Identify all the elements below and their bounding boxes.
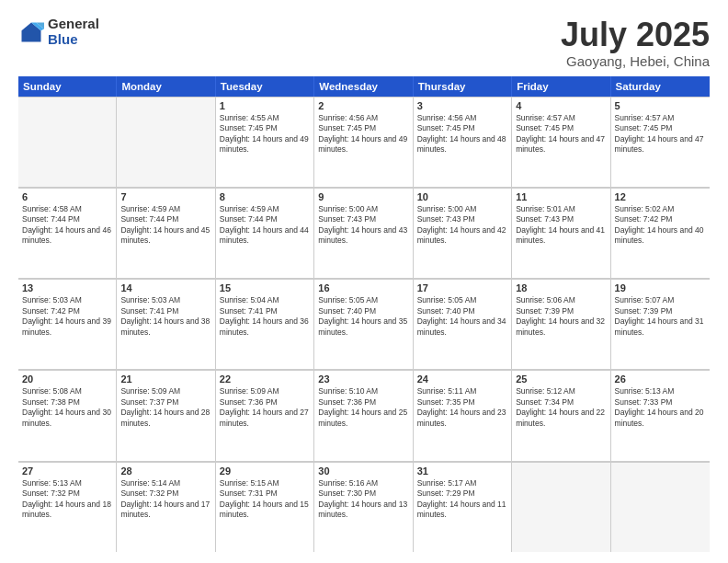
logo-icon (18, 19, 44, 45)
calendar-header-cell: Thursday (414, 76, 512, 97)
calendar-cell: 25Sunrise: 5:12 AM Sunset: 7:34 PM Dayli… (512, 370, 610, 460)
cell-day-number: 1 (220, 100, 310, 111)
header: General Blue July 2025 Gaoyang, Hebei, C… (18, 17, 710, 69)
calendar-cell: 11Sunrise: 5:01 AM Sunset: 7:43 PM Dayli… (512, 188, 610, 278)
cell-day-number: 29 (220, 465, 310, 477)
cell-info: Sunrise: 5:05 AM Sunset: 7:40 PM Dayligh… (318, 295, 408, 338)
cell-info: Sunrise: 4:59 AM Sunset: 7:44 PM Dayligh… (120, 204, 210, 247)
calendar-header-cell: Wednesday (314, 76, 413, 97)
main-title: July 2025 (561, 17, 710, 53)
cell-info: Sunrise: 5:01 AM Sunset: 7:43 PM Dayligh… (516, 204, 606, 247)
cell-day-number: 11 (516, 191, 606, 202)
cell-day-number: 12 (615, 191, 706, 202)
cell-day-number: 19 (615, 282, 706, 293)
cell-day-number: 6 (22, 191, 112, 202)
cell-info: Sunrise: 5:12 AM Sunset: 7:34 PM Dayligh… (516, 386, 606, 429)
cell-day-number: 7 (120, 191, 210, 202)
calendar-row: 6Sunrise: 4:58 AM Sunset: 7:44 PM Daylig… (18, 188, 710, 279)
calendar-cell: 7Sunrise: 4:59 AM Sunset: 7:44 PM Daylig… (117, 188, 215, 278)
calendar-cell: 3Sunrise: 4:56 AM Sunset: 7:45 PM Daylig… (414, 97, 512, 187)
subtitle: Gaoyang, Hebei, China (561, 53, 710, 69)
calendar-row: 1Sunrise: 4:55 AM Sunset: 7:45 PM Daylig… (18, 97, 710, 188)
cell-info: Sunrise: 5:11 AM Sunset: 7:35 PM Dayligh… (417, 386, 507, 429)
calendar-cell: 10Sunrise: 5:00 AM Sunset: 7:43 PM Dayli… (414, 188, 512, 278)
cell-day-number: 31 (417, 465, 507, 477)
calendar-cell: 24Sunrise: 5:11 AM Sunset: 7:35 PM Dayli… (414, 370, 512, 460)
calendar-cell: 22Sunrise: 5:09 AM Sunset: 7:36 PM Dayli… (216, 370, 314, 460)
cell-info: Sunrise: 5:03 AM Sunset: 7:42 PM Dayligh… (22, 295, 112, 338)
calendar-cell: 29Sunrise: 5:15 AM Sunset: 7:31 PM Dayli… (216, 462, 314, 552)
cell-info: Sunrise: 5:04 AM Sunset: 7:41 PM Dayligh… (220, 295, 310, 338)
calendar-cell (18, 97, 117, 187)
calendar-cell: 14Sunrise: 5:03 AM Sunset: 7:41 PM Dayli… (117, 279, 215, 369)
calendar-cell: 18Sunrise: 5:06 AM Sunset: 7:39 PM Dayli… (512, 279, 610, 369)
calendar-cell: 5Sunrise: 4:57 AM Sunset: 7:45 PM Daylig… (611, 97, 710, 187)
cell-day-number: 8 (220, 191, 310, 202)
calendar-cell: 19Sunrise: 5:07 AM Sunset: 7:39 PM Dayli… (611, 279, 710, 369)
calendar-cell: 12Sunrise: 5:02 AM Sunset: 7:42 PM Dayli… (611, 188, 710, 278)
cell-day-number: 21 (120, 373, 210, 385)
logo: General Blue (18, 17, 99, 47)
calendar-cell: 28Sunrise: 5:14 AM Sunset: 7:32 PM Dayli… (117, 462, 215, 552)
calendar-row: 27Sunrise: 5:13 AM Sunset: 7:32 PM Dayli… (18, 462, 710, 552)
calendar-cell: 13Sunrise: 5:03 AM Sunset: 7:42 PM Dayli… (18, 279, 117, 369)
logo-text: General Blue (48, 17, 99, 47)
cell-day-number: 28 (120, 465, 210, 477)
cell-day-number: 5 (615, 100, 706, 111)
calendar-header-cell: Monday (117, 76, 215, 97)
calendar-cell: 4Sunrise: 4:57 AM Sunset: 7:45 PM Daylig… (512, 97, 610, 187)
cell-info: Sunrise: 5:15 AM Sunset: 7:31 PM Dayligh… (220, 478, 310, 521)
cell-info: Sunrise: 5:00 AM Sunset: 7:43 PM Dayligh… (318, 204, 408, 247)
cell-info: Sunrise: 4:57 AM Sunset: 7:45 PM Dayligh… (516, 113, 606, 155)
calendar-cell: 15Sunrise: 5:04 AM Sunset: 7:41 PM Dayli… (216, 279, 314, 369)
cell-day-number: 16 (318, 282, 408, 293)
cell-info: Sunrise: 5:13 AM Sunset: 7:33 PM Dayligh… (615, 386, 706, 429)
calendar-cell: 23Sunrise: 5:10 AM Sunset: 7:36 PM Dayli… (314, 370, 413, 460)
cell-info: Sunrise: 4:56 AM Sunset: 7:45 PM Dayligh… (318, 113, 408, 155)
cell-day-number: 15 (220, 282, 310, 293)
cell-info: Sunrise: 5:08 AM Sunset: 7:38 PM Dayligh… (22, 386, 112, 429)
calendar-cell: 30Sunrise: 5:16 AM Sunset: 7:30 PM Dayli… (314, 462, 413, 552)
calendar: SundayMondayTuesdayWednesdayThursdayFrid… (18, 76, 710, 552)
cell-day-number: 23 (318, 373, 408, 385)
cell-info: Sunrise: 4:58 AM Sunset: 7:44 PM Dayligh… (22, 204, 112, 247)
cell-day-number: 24 (417, 373, 507, 385)
calendar-cell: 8Sunrise: 4:59 AM Sunset: 7:44 PM Daylig… (216, 188, 314, 278)
cell-day-number: 4 (516, 100, 606, 111)
calendar-cell (512, 462, 610, 552)
calendar-cell (117, 97, 215, 187)
cell-info: Sunrise: 5:02 AM Sunset: 7:42 PM Dayligh… (615, 204, 706, 247)
cell-info: Sunrise: 5:17 AM Sunset: 7:29 PM Dayligh… (417, 478, 507, 521)
cell-day-number: 17 (417, 282, 507, 293)
calendar-cell (611, 462, 710, 552)
logo-blue-text: Blue (48, 32, 99, 48)
cell-day-number: 10 (417, 191, 507, 202)
cell-day-number: 25 (516, 373, 606, 385)
calendar-cell: 6Sunrise: 4:58 AM Sunset: 7:44 PM Daylig… (18, 188, 117, 278)
calendar-row: 20Sunrise: 5:08 AM Sunset: 7:38 PM Dayli… (18, 370, 710, 461)
cell-day-number: 27 (22, 465, 112, 477)
calendar-cell: 21Sunrise: 5:09 AM Sunset: 7:37 PM Dayli… (117, 370, 215, 460)
cell-day-number: 3 (417, 100, 507, 111)
calendar-cell: 20Sunrise: 5:08 AM Sunset: 7:38 PM Dayli… (18, 370, 117, 460)
cell-info: Sunrise: 5:16 AM Sunset: 7:30 PM Dayligh… (318, 478, 408, 521)
calendar-cell: 26Sunrise: 5:13 AM Sunset: 7:33 PM Dayli… (611, 370, 710, 460)
cell-day-number: 9 (318, 191, 408, 202)
cell-info: Sunrise: 4:55 AM Sunset: 7:45 PM Dayligh… (220, 113, 310, 155)
calendar-cell: 9Sunrise: 5:00 AM Sunset: 7:43 PM Daylig… (314, 188, 413, 278)
calendar-cell: 16Sunrise: 5:05 AM Sunset: 7:40 PM Dayli… (314, 279, 413, 369)
calendar-cell: 31Sunrise: 5:17 AM Sunset: 7:29 PM Dayli… (414, 462, 512, 552)
cell-info: Sunrise: 5:09 AM Sunset: 7:36 PM Dayligh… (220, 386, 310, 429)
title-block: July 2025 Gaoyang, Hebei, China (561, 17, 710, 69)
cell-info: Sunrise: 5:05 AM Sunset: 7:40 PM Dayligh… (417, 295, 507, 338)
calendar-cell: 27Sunrise: 5:13 AM Sunset: 7:32 PM Dayli… (18, 462, 117, 552)
cell-info: Sunrise: 5:10 AM Sunset: 7:36 PM Dayligh… (318, 386, 408, 429)
cell-day-number: 18 (516, 282, 606, 293)
cell-day-number: 20 (22, 373, 112, 385)
calendar-header-cell: Tuesday (216, 76, 314, 97)
cell-info: Sunrise: 5:06 AM Sunset: 7:39 PM Dayligh… (516, 295, 606, 338)
calendar-cell: 1Sunrise: 4:55 AM Sunset: 7:45 PM Daylig… (216, 97, 314, 187)
calendar-header-cell: Saturday (611, 76, 710, 97)
cell-info: Sunrise: 5:00 AM Sunset: 7:43 PM Dayligh… (417, 204, 507, 247)
calendar-body: 1Sunrise: 4:55 AM Sunset: 7:45 PM Daylig… (18, 97, 710, 552)
